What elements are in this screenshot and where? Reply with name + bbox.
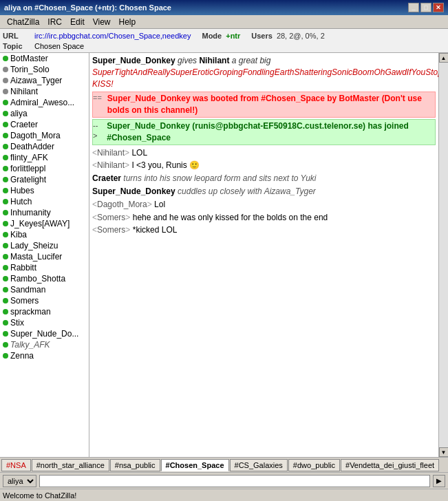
user-list-item[interactable]: Hutch xyxy=(0,196,89,207)
user-list-item[interactable]: Zenna xyxy=(0,350,89,361)
url-label: URL xyxy=(3,32,30,40)
title-bar-controls: _ □ ✕ xyxy=(408,3,444,12)
user-list-item[interactable]: Kiba xyxy=(0,229,89,240)
menu-view[interactable]: View xyxy=(89,17,115,28)
user-name: Masta_Lucifer xyxy=(10,252,62,262)
status-bar: Welcome to ChatZilla! xyxy=(0,489,448,501)
topic-label: Topic xyxy=(3,42,30,50)
user-name: Dagoth_Mora xyxy=(10,131,61,140)
tab-item[interactable]: #dwo_public xyxy=(288,459,340,471)
user-name: flinty_AFK xyxy=(10,153,48,162)
maximize-button[interactable]: □ xyxy=(420,3,431,12)
input-area: aliya ▶ xyxy=(0,472,448,489)
user-list-item[interactable]: Somers xyxy=(0,295,89,306)
user-list-item[interactable]: Aizawa_Tyger xyxy=(0,75,89,86)
tab-item[interactable]: #NSA xyxy=(1,459,31,471)
send-button[interactable]: ▶ xyxy=(433,475,445,487)
menu-irc[interactable]: IRC xyxy=(43,17,66,28)
user-list-item[interactable]: Rambo_Shotta xyxy=(0,273,89,284)
user-status-dot xyxy=(3,298,8,303)
user-name: Torin_Solo xyxy=(10,65,50,74)
user-name: Rabbitt xyxy=(10,263,36,273)
msg-nick: Nihilant xyxy=(97,160,125,170)
mode-value: +ntr xyxy=(226,32,240,40)
user-list-item[interactable]: Sandman xyxy=(0,284,89,295)
scrollbar[interactable]: ▲ ▼ xyxy=(438,53,448,457)
user-status-dot xyxy=(3,155,8,160)
user-status-dot xyxy=(3,276,8,281)
chat-message: <Somers> *kicked LOL xyxy=(92,224,436,237)
msg-nick-close: > xyxy=(125,160,129,170)
content-area: BotMasterTorin_SoloAizawa_TygerNihilantA… xyxy=(0,53,448,457)
user-list-item[interactable]: Dagoth_Mora xyxy=(0,130,89,141)
user-status-dot xyxy=(3,177,8,182)
tab-item[interactable]: #nsa_public xyxy=(110,459,160,471)
user-list-item[interactable]: Lady_Sheizu xyxy=(0,240,89,251)
user-list-item[interactable]: Admiral_Aweso... xyxy=(0,97,89,108)
user-list-item[interactable]: Stix xyxy=(0,317,89,328)
user-list-item[interactable]: Talky_AFK xyxy=(0,339,89,350)
msg-text: Lol xyxy=(154,200,165,209)
user-status-dot xyxy=(3,56,8,61)
user-list-item[interactable]: forlittleppl xyxy=(0,163,89,174)
msg-nick-close: > xyxy=(125,225,130,235)
nick-selector[interactable]: aliya xyxy=(3,475,36,487)
user-list-item[interactable]: BotMaster xyxy=(0,53,89,64)
user-name: Lady_Sheizu xyxy=(10,241,58,250)
user-list-item[interactable]: flinty_AFK xyxy=(0,152,89,163)
msg-nick-open: < xyxy=(92,200,97,209)
user-name: Admiral_Aweso... xyxy=(10,98,74,107)
url-link[interactable]: irc://irc.pbbgchat.com/Chosen_Space,need… xyxy=(34,32,191,40)
user-list-item[interactable]: Super_Nude_Do... xyxy=(0,328,89,339)
minimize-button[interactable]: _ xyxy=(408,3,419,12)
user-name: Rambo_Shotta xyxy=(10,274,65,284)
tab-item[interactable]: #Chosen_Space xyxy=(161,459,229,471)
chat-message: <Dagoth_Mora> Lol xyxy=(92,198,436,211)
msg-nick: Dagoth_Mora xyxy=(97,200,147,209)
message-input[interactable] xyxy=(39,475,430,487)
user-status-dot xyxy=(3,144,8,149)
user-list-item[interactable]: aliya xyxy=(0,108,89,119)
chat-message: Super_Nude_Donkey cuddles up closely wit… xyxy=(92,185,436,198)
user-list-item[interactable]: J_Keyes[AWAY] xyxy=(0,218,89,229)
user-list-item[interactable]: Nihilant xyxy=(0,86,89,97)
user-status-dot xyxy=(3,243,8,248)
scroll-down-button[interactable]: ▼ xyxy=(439,447,449,457)
user-list-item[interactable]: Torin_Solo xyxy=(0,64,89,75)
user-name: DeathAdder xyxy=(10,142,54,151)
user-list-item[interactable]: sprackman xyxy=(0,306,89,317)
emote-text: cuddles up closely with Aizawa_Tyger xyxy=(175,186,316,196)
scroll-up-button[interactable]: ▲ xyxy=(439,53,449,63)
user-list-item[interactable]: Rabbitt xyxy=(0,262,89,273)
tab-bar: #NSA#north_star_alliance#nsa_public#Chos… xyxy=(0,457,448,472)
menu-help[interactable]: Help xyxy=(115,17,140,28)
user-list-item[interactable]: Gratelight xyxy=(0,174,89,185)
tab-item[interactable]: #CS_Galaxies xyxy=(230,459,288,471)
tab-item[interactable]: #north_star_alliance xyxy=(32,459,109,471)
topic-value: Chosen Space xyxy=(34,42,84,50)
boot-prefix: == xyxy=(93,93,102,103)
emote-actor: Craeter xyxy=(92,173,121,183)
menu-edit[interactable]: Edit xyxy=(66,17,89,28)
user-list-item[interactable]: DeathAdder xyxy=(0,141,89,152)
scroll-track[interactable] xyxy=(439,63,449,447)
user-name: sprackman xyxy=(10,307,51,317)
user-status-dot xyxy=(3,78,8,83)
close-button[interactable]: ✕ xyxy=(433,3,444,12)
user-status-dot xyxy=(3,232,8,237)
tab-item[interactable]: #Vendetta_dei_giusti_fleet xyxy=(341,459,439,471)
msg-nick: Somers xyxy=(97,225,125,235)
user-name: Zenna xyxy=(10,351,34,361)
user-status-dot xyxy=(3,133,8,138)
user-list-item[interactable]: Masta_Lucifer xyxy=(0,251,89,262)
user-list-item[interactable]: Inhumanity xyxy=(0,207,89,218)
user-list-item[interactable]: Craeter xyxy=(0,119,89,130)
join-text: Super_Nude_Donkey (runis@pbbgchat-EF5091… xyxy=(107,120,435,144)
chat-messages[interactable]: Super_Nude_Donkey gives Nihilant a great… xyxy=(89,53,438,457)
menu-chatzilla[interactable]: ChatZilla xyxy=(3,17,43,28)
emote-text: turns into his snow leopard form and sit… xyxy=(121,173,316,183)
user-list-item[interactable]: Hubes xyxy=(0,185,89,196)
msg-nick-open: < xyxy=(92,148,97,158)
user-status-dot xyxy=(3,353,8,359)
user-list: BotMasterTorin_SoloAizawa_TygerNihilantA… xyxy=(0,53,89,457)
